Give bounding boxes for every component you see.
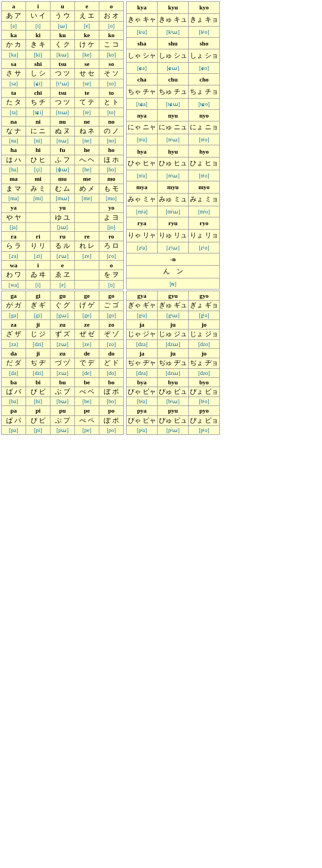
vc-rom-gya: [gʲa] bbox=[127, 311, 158, 319]
v-rom-da: [da] bbox=[2, 368, 26, 377]
rom-mo: [mo] bbox=[99, 194, 124, 203]
rom-ki: [ki] bbox=[26, 50, 51, 59]
v-kana-pa: ぱ パ bbox=[2, 415, 26, 426]
c-kana-cho: ちょ チョ bbox=[189, 85, 220, 98]
header-tsu2: tsu bbox=[51, 59, 75, 68]
kana-fu: ふ フ bbox=[51, 155, 75, 165]
v-kana-za: ざ ザ bbox=[2, 329, 26, 340]
header-se: se bbox=[75, 59, 99, 68]
v-header-zu2: zu bbox=[51, 348, 75, 358]
kana-he: へ ヘ bbox=[75, 155, 99, 165]
rom-ho: [ho] bbox=[99, 165, 124, 174]
v-header-bi: bi bbox=[26, 377, 51, 387]
vc-rom-ju2: [dzɯ] bbox=[158, 368, 189, 377]
c-kana-n: ん ン bbox=[127, 265, 220, 278]
c-rom-myo: [mʲo] bbox=[189, 206, 220, 217]
kana-te: て テ bbox=[75, 97, 99, 108]
v-header-pi: pi bbox=[26, 406, 51, 415]
vc-header-pyu: pyu bbox=[158, 406, 189, 415]
header-ru: ru bbox=[51, 232, 75, 241]
vc-rom-pyu: [pʲɯ] bbox=[158, 426, 189, 435]
v-header-zu: zu bbox=[51, 319, 75, 329]
header-o2: o bbox=[99, 261, 124, 270]
kana-se: せ セ bbox=[75, 69, 99, 79]
v-header-ji: ji bbox=[26, 319, 51, 329]
rom-wi: [i] bbox=[26, 280, 51, 289]
c-kana-nya: にゃ ニャ bbox=[127, 121, 158, 134]
kana-ya: や ヤ bbox=[2, 212, 26, 223]
rom-no: [no] bbox=[99, 136, 124, 145]
rom-hi: [çi] bbox=[26, 165, 51, 174]
kana-to: と ト bbox=[99, 97, 124, 108]
v-rom-ga: [ga] bbox=[2, 311, 26, 319]
voiced-combo-table: gya gyu gyo ぎゃ ギャ ぎゅ ギュ ぎょ ギョ [gʲa] [gʲɯ… bbox=[126, 291, 220, 435]
kana-ro: ろ ロ bbox=[99, 241, 124, 252]
rom-tsu: [tsɯ] bbox=[51, 108, 75, 116]
header-so: so bbox=[99, 59, 124, 68]
main-table: a i u e o あ ア い イ う ウ え エ お オ [a] [i] [ɯ… bbox=[1, 1, 124, 290]
c-rom-shu: [ɕɯ] bbox=[158, 62, 189, 73]
header-ra: ra bbox=[2, 232, 26, 241]
v-header-po: po bbox=[99, 406, 124, 415]
v-header-da: da bbox=[2, 348, 26, 358]
header-ya: ya bbox=[2, 203, 26, 212]
rom-ro: [ɾo] bbox=[99, 252, 124, 261]
kana-ko: こ コ bbox=[99, 40, 124, 50]
vc-header-jo: jo bbox=[189, 319, 220, 329]
v-header-pu: pu bbox=[51, 406, 75, 415]
header-chi: chi bbox=[26, 88, 51, 97]
c-header-nya: nya bbox=[127, 109, 158, 121]
header-shi: shi bbox=[26, 59, 51, 68]
c-rom-sho: [ɕo] bbox=[189, 62, 220, 73]
c-header-kyu: kyu bbox=[158, 2, 189, 14]
header-i2: i bbox=[26, 261, 51, 270]
header-ka: ka bbox=[2, 30, 26, 39]
voiced-main-table: ga gi gu ge go が ガ ぎ ギ ぐ グ げ ゲ ご ゴ [ga] … bbox=[1, 291, 124, 435]
vc-header-byu: byu bbox=[158, 377, 189, 387]
c-header-nyo: nyo bbox=[189, 109, 220, 121]
header-empty2 bbox=[75, 203, 99, 212]
vc-header-pyo: pyo bbox=[189, 406, 220, 415]
c-kana-ryu: りゅ リュ bbox=[158, 229, 189, 242]
v-header-ze: ze bbox=[75, 319, 99, 329]
rom-empty3 bbox=[75, 280, 99, 289]
header-ku: ku bbox=[51, 30, 75, 39]
rom-ka: [ka] bbox=[2, 50, 26, 59]
kana-mo: も モ bbox=[99, 184, 124, 194]
v-header-zo: zo bbox=[99, 319, 124, 329]
c-header-cho: cho bbox=[189, 73, 220, 85]
rom-u: [ɯ] bbox=[51, 21, 75, 30]
header-a: a bbox=[2, 2, 26, 11]
kana-tsu2: つ ツ bbox=[51, 69, 75, 79]
rom-ko: [ko] bbox=[99, 50, 124, 59]
kana-wa: わ ワ bbox=[2, 270, 26, 281]
v-kana-ge: げ ゲ bbox=[75, 301, 99, 311]
kana-mi: み ミ bbox=[26, 184, 51, 194]
v-rom-za: [za] bbox=[2, 339, 26, 348]
header-ha: ha bbox=[2, 145, 26, 155]
v-rom-ji: [dzi] bbox=[26, 339, 51, 348]
header-ke: ke bbox=[75, 30, 99, 39]
vc-kana-ju: じゅ ジュ bbox=[158, 329, 189, 340]
header-ri: ri bbox=[26, 232, 51, 241]
v-kana-di: ぢ ヂ bbox=[26, 358, 51, 368]
v-kana-gu: ぐ グ bbox=[51, 301, 75, 311]
v-rom-bu: [bɯ] bbox=[51, 397, 75, 406]
vc-rom-byu: [bʲɯ] bbox=[158, 397, 189, 406]
c-kana-hyo: ひょ ヒョ bbox=[189, 157, 220, 170]
rom-we: [e] bbox=[51, 280, 75, 289]
kana-ne: ね ネ bbox=[75, 126, 99, 136]
v-rom-ge: [ge] bbox=[75, 311, 99, 319]
v-kana-ga: が ガ bbox=[2, 301, 26, 311]
v-kana-pi: ぴ ピ bbox=[26, 415, 51, 426]
vc-rom-jo: [dzo] bbox=[189, 339, 220, 348]
c-kana-nyu: にゅ ニュ bbox=[158, 121, 189, 134]
kana-ni: に ニ bbox=[26, 126, 51, 136]
vc-kana-gyo: ぎょ ギョ bbox=[189, 301, 220, 311]
header-me: me bbox=[75, 174, 99, 184]
c-header-n: -n bbox=[127, 253, 220, 265]
header-empty3 bbox=[75, 261, 99, 270]
c-rom-hyu: [nʲɯ] bbox=[158, 170, 189, 181]
c-header-kya: kya bbox=[127, 2, 158, 14]
rom-te: [te] bbox=[75, 108, 99, 116]
